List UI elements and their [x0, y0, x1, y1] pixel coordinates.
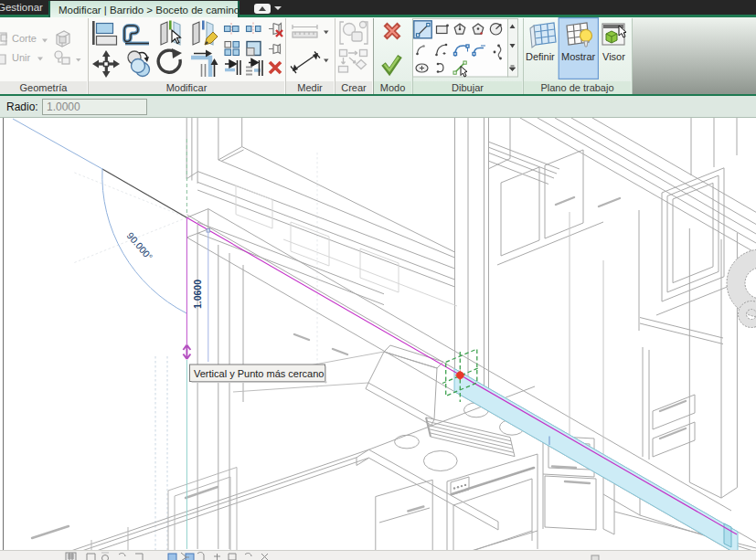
- svg-text:90.000°: 90.000°: [125, 230, 155, 262]
- svg-text:1.0600: 1.0600: [192, 280, 203, 309]
- svg-text:Unir: Unir: [12, 52, 31, 63]
- svg-text:Vertical y Punto más cercano: Vertical y Punto más cercano: [194, 368, 324, 379]
- svg-text:Definir: Definir: [526, 51, 555, 62]
- svg-text:Visor: Visor: [602, 51, 625, 62]
- svg-text:Mostrar: Mostrar: [561, 51, 596, 62]
- svg-text:Corte: Corte: [12, 33, 37, 44]
